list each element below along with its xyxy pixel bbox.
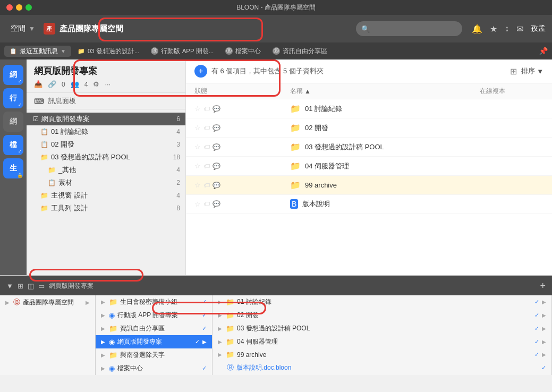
expand-icon: ▶ — [101, 299, 105, 305]
tab-info-icon: Ⓑ — [273, 47, 280, 55]
tab-design[interactable]: 📁 03 發想過的設計... — [72, 46, 145, 57]
maximize-button[interactable] — [26, 4, 32, 11]
more-icon[interactable]: ··· — [105, 80, 111, 88]
fb-col-root: ▶ Ⓑ 產品團隊專屬空間 ▶ — [0, 295, 96, 375]
tab-recent[interactable]: 📋 最近互動訊息 ▼ — [4, 46, 71, 57]
message-board-item[interactable]: ⌨ 訊息面板 — [27, 93, 185, 109]
sort-icon[interactable]: ↕ — [505, 24, 509, 33]
fb-col1-item-0[interactable]: ▶ 📁 生日會秘密籌備小組 ✓ — [96, 295, 212, 309]
msg-icon: 💬 — [213, 200, 220, 208]
fb-col-1: ▶ 📁 生日會秘密籌備小組 ✓ ▶ ◉ 行動版 APP 開發專案 ✓ ▶ 📁 資… — [96, 295, 213, 375]
tree-item-4[interactable]: 📁 _其他 4 — [27, 164, 185, 176]
pin-icon[interactable]: 📌 — [539, 47, 548, 55]
tab-recent-icon: 📋 — [10, 48, 17, 55]
notification-icon[interactable]: 🔔 — [472, 24, 482, 34]
star-icon[interactable]: ☆ — [194, 162, 201, 170]
tree-item-2[interactable]: 📋 02 開發 3 — [27, 138, 185, 151]
star-icon[interactable]: ☆ — [194, 124, 201, 132]
table-row-archive[interactable]: ☆ 🏷 💬 📁 99 archive — [186, 176, 552, 195]
project-icon: 產 — [44, 23, 55, 35]
star-icon[interactable]: ☆ — [194, 200, 201, 208]
fb-root-item[interactable]: ▶ Ⓑ 產品團隊專屬空間 ▶ — [0, 295, 95, 309]
fb-col1-item-4[interactable]: ▶ 📁 與南發選除天字 — [96, 348, 212, 362]
table-row[interactable]: ☆ 🏷 💬 📁 01 討論紀錄 — [186, 99, 552, 118]
table-row[interactable]: ☆ 🏷 💬 📁 02 開發 — [186, 118, 552, 138]
expand-icon: ▶ — [101, 339, 105, 345]
folder-icon-3: 📁 — [40, 154, 48, 161]
star-icon[interactable]: ☆ — [194, 143, 201, 151]
minimize-button[interactable] — [16, 4, 22, 11]
add-bottom-btn[interactable]: + — [540, 280, 546, 292]
sidebar-toggle[interactable]: ◫ — [28, 282, 34, 290]
space-dropdown-icon: ▼ — [29, 25, 35, 32]
tree-item-1[interactable]: 📋 01 討論紀錄 4 — [27, 125, 185, 138]
tree-item-6[interactable]: 📁 主視窗 設計 4 — [27, 189, 185, 202]
tag-icon: 🏷 — [203, 143, 210, 151]
folder-icon-5: 📋 — [48, 179, 56, 186]
bottom-toolbar: ▼ ⊞ ◫ ▭ 網頁版開發專案 + — [0, 276, 552, 295]
row-2-name: 📁 03 發想過的設計稿 POOL — [290, 142, 480, 152]
toolbar: 空間 ▼ 產 產品團隊專屬空間 🔍 🔔 ★ ↕ ✉ 孜孟 — [0, 15, 552, 42]
table-row[interactable]: ☆ 🏷 💬 📁 03 發想過的設計稿 POOL — [186, 138, 552, 157]
check-icon: ✓ — [202, 325, 207, 332]
settings-icon[interactable]: ⚙ — [93, 80, 99, 88]
table-row[interactable]: ☆ 🏷 💬 📁 04 伺服器管理 — [186, 157, 552, 176]
th-online: 在線複本 — [480, 87, 543, 96]
user-name[interactable]: 孜孟 — [531, 24, 546, 33]
users-icon: 👥 — [71, 80, 79, 88]
sidebar-item-2[interactable]: 網 — [3, 112, 23, 132]
tree-item-7[interactable]: 📁 工具列 設計 8 — [27, 202, 185, 215]
sidebar-item-3[interactable]: 檔 ✓ — [3, 135, 23, 155]
fb-col2-item-0[interactable]: ▶ 📁 01 討論紀錄 ✓ ▶ — [213, 295, 551, 309]
fb-col2-item-2[interactable]: ▶ 📁 03 發想過的設計稿 POOL ✓ ▶ — [213, 322, 551, 335]
fb-col1-item-1[interactable]: ▶ ◉ 行動版 APP 開發專案 ✓ — [96, 309, 212, 322]
tag-icon: 🏷 — [203, 163, 210, 170]
expand-icon: ▶ — [101, 312, 105, 318]
sidebar-item-0[interactable]: 網 ✓ — [3, 65, 23, 85]
fb-col2-item-3[interactable]: ▶ 📁 04 伺服器管理 ✓ ▶ — [213, 335, 551, 348]
panel-toggle[interactable]: ▭ — [38, 282, 45, 290]
star-icon[interactable]: ☆ — [194, 181, 201, 189]
sort-button[interactable]: 排序 ▼ — [521, 66, 543, 76]
msg-icon: 💬 — [213, 143, 220, 151]
fb-col1-item-3[interactable]: ▶ ◉ 網頁版開發專案 ✓ ▶ — [96, 335, 212, 348]
folder-icon-4: 📁 — [48, 166, 56, 174]
row-5-status: ☆ 🏷 💬 — [194, 200, 290, 208]
sidebar-item-1[interactable]: 行 ✓ — [3, 88, 23, 108]
check-icon: ✓ — [534, 299, 539, 305]
app-icon: ◉ — [109, 311, 115, 319]
row-2-status: ☆ 🏷 💬 — [194, 143, 290, 151]
inbox-icon[interactable]: 📥 — [34, 80, 43, 88]
fb-col1-item-5[interactable]: ▶ ◉ 檔案中心 ✓ — [96, 362, 212, 375]
tab-app[interactable]: Ⓑ 行動版 APP 開發... — [146, 46, 219, 57]
sidebar-item-4[interactable]: 生 🔒 — [3, 158, 23, 178]
fb-col2-item-4[interactable]: ▶ 📁 99 archive ✓ ▶ — [213, 348, 551, 361]
file-browser-columns: ▶ Ⓑ 產品團隊專屬空間 ▶ ▶ 📁 生日會秘密籌備小組 ✓ ▶ ◉ 行動版 A… — [0, 295, 552, 375]
folder-icon: 📁 — [290, 180, 301, 190]
tree-item-5[interactable]: 📋 素材 2 — [27, 176, 185, 189]
close-button[interactable] — [6, 4, 13, 11]
space-selector[interactable]: 空間 ▼ — [6, 22, 39, 36]
collapse-icon[interactable]: ▼ — [6, 282, 13, 290]
star-icon[interactable]: ☆ — [194, 105, 201, 113]
folder-icon: 📁 — [226, 351, 234, 359]
link-count: 0 — [62, 81, 65, 88]
grid-view-btn[interactable]: ⊞ — [18, 282, 23, 290]
tree-item-project-root[interactable]: ☑ 網頁版開發專案 6 — [27, 113, 185, 125]
fb-col1-item-2[interactable]: ▶ 📁 資訊自由分享區 ✓ — [96, 322, 212, 335]
fb-col2-item-1[interactable]: ▶ 📁 02 開發 ✓ ▶ — [213, 309, 551, 322]
tab-files[interactable]: Ⓑ 檔案中心 — [220, 46, 266, 57]
grid-view-icon[interactable]: ⊞ — [510, 66, 517, 76]
star-icon[interactable]: ★ — [490, 24, 497, 34]
row-0-status: ☆ 🏷 💬 — [194, 105, 290, 113]
tree-item-3[interactable]: 📁 03 發想過的設計稿 POOL 18 — [27, 151, 185, 164]
search-box[interactable]: 🔍 — [356, 21, 462, 36]
fb-col2-item-5[interactable]: Ⓑ 版本說明.doc.bloon ✓ — [213, 361, 551, 374]
tab-info[interactable]: Ⓑ 資訊自由分享區 — [267, 46, 333, 57]
table-row[interactable]: ☆ 🏷 💬 B 版本說明 — [186, 195, 552, 214]
lock-icon: 🔒 — [17, 173, 23, 178]
tag-icon: 🏷 — [203, 182, 210, 189]
expand-icon: ▶ — [101, 326, 105, 331]
mail-icon[interactable]: ✉ — [516, 24, 523, 34]
add-item-button[interactable]: + — [194, 65, 207, 78]
